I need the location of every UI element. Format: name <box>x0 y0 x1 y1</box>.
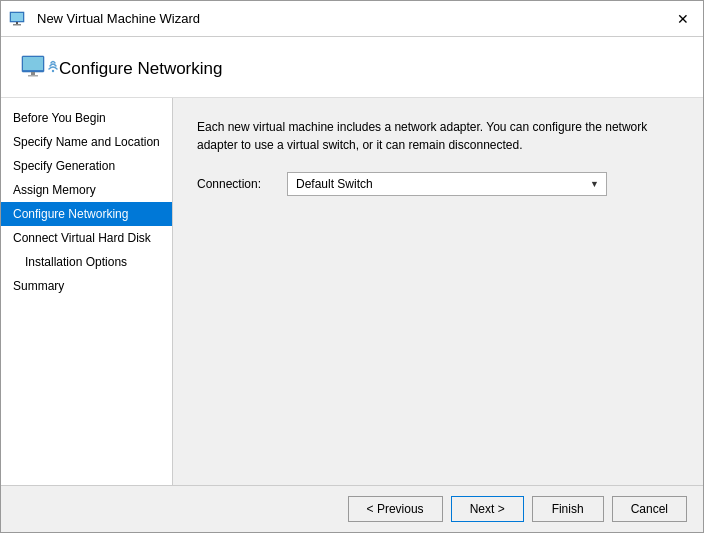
svg-rect-5 <box>23 57 43 70</box>
page-header: Configure Networking <box>1 37 703 98</box>
page-title: Configure Networking <box>59 59 222 79</box>
title-bar: New Virtual Machine Wizard ✕ <box>1 1 703 37</box>
sidebar-item[interactable]: Connect Virtual Hard Disk <box>1 226 172 250</box>
window-icon <box>9 11 29 27</box>
footer: < Previous Next > Finish Cancel <box>1 485 703 532</box>
sidebar-item[interactable]: Specify Generation <box>1 154 172 178</box>
cancel-button[interactable]: Cancel <box>612 496 687 522</box>
network-icon <box>21 55 59 83</box>
sidebar-item[interactable]: Before You Begin <box>1 106 172 130</box>
previous-button[interactable]: < Previous <box>348 496 443 522</box>
close-button[interactable]: ✕ <box>671 9 695 29</box>
svg-rect-7 <box>28 75 38 77</box>
description-text: Each new virtual machine includes a netw… <box>197 118 657 154</box>
svg-rect-1 <box>11 13 23 21</box>
sidebar-item[interactable]: Installation Options <box>1 250 172 274</box>
svg-rect-6 <box>31 72 35 75</box>
svg-point-8 <box>52 70 54 72</box>
connection-select-wrapper: Default SwitchNot Connected <box>287 172 607 196</box>
wizard-window: New Virtual Machine Wizard ✕ Co <box>0 0 704 533</box>
connection-select[interactable]: Default SwitchNot Connected <box>287 172 607 196</box>
sidebar-item[interactable]: Assign Memory <box>1 178 172 202</box>
body-area: Before You BeginSpecify Name and Locatio… <box>1 98 703 485</box>
svg-rect-2 <box>16 22 18 24</box>
content-area: Configure Networking Before You BeginSpe… <box>1 37 703 485</box>
main-content: Each new virtual machine includes a netw… <box>173 98 703 485</box>
window-title: New Virtual Machine Wizard <box>37 11 671 26</box>
sidebar-item[interactable]: Summary <box>1 274 172 298</box>
sidebar-item[interactable]: Configure Networking <box>1 202 172 226</box>
finish-button[interactable]: Finish <box>532 496 604 522</box>
svg-rect-3 <box>13 24 21 26</box>
sidebar: Before You BeginSpecify Name and Locatio… <box>1 98 173 485</box>
next-button[interactable]: Next > <box>451 496 524 522</box>
connection-label: Connection: <box>197 177 277 191</box>
sidebar-item[interactable]: Specify Name and Location <box>1 130 172 154</box>
connection-field-row: Connection: Default SwitchNot Connected <box>197 172 679 196</box>
main-section: Configure Networking Before You BeginSpe… <box>1 37 703 485</box>
